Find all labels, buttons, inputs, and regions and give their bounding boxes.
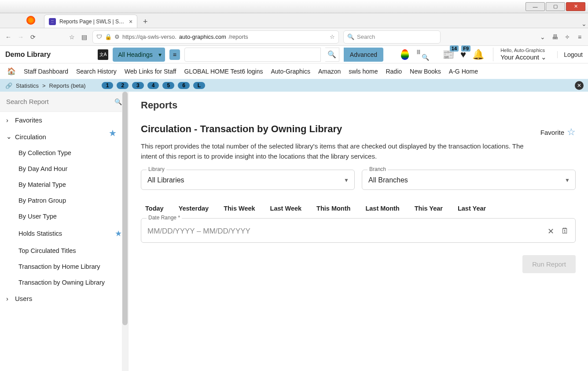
field-label: Library [147,166,166,172]
report-description: This report provides the total number of… [141,141,528,162]
nav-link[interactable]: Web Links for Staff [125,68,176,75]
sidebar-item[interactable]: Holds Statistics★ [0,224,128,243]
reload-button[interactable]: ⟳ [29,33,37,41]
window-minimize-button[interactable]: — [526,2,545,11]
nav-link[interactable]: Amazon [318,68,341,75]
sidebar-item[interactable]: Transaction by Home Library [0,259,128,275]
advanced-search-button[interactable]: Advanced [344,48,383,62]
tabs-dropdown-icon[interactable]: ⌄ [580,20,588,28]
nav-link[interactable]: GLOBAL HOME Test6 logins [184,68,263,75]
notifications-icon[interactable]: 🔔 [472,49,484,60]
extensions-icon[interactable]: ✧ [563,33,571,41]
back-button[interactable]: ← [4,33,12,41]
star-icon: ★ [115,229,122,238]
news-icon[interactable]: 📰14 [442,49,454,60]
containers-icon[interactable]: ▤ [80,33,88,41]
sidebar-search-input[interactable] [6,98,114,105]
search-icon: 🔍 [347,33,354,40]
catalog-search-button[interactable]: 🔍 [325,48,339,62]
crumb-pill[interactable]: 3 [132,82,144,89]
bookmark-star-icon[interactable]: ☆ [68,33,76,41]
date-chip[interactable]: Last Year [458,205,486,212]
report-content: Reports Circulation - Transaction by Own… [129,92,588,371]
nav-link[interactable]: New Books [410,68,441,75]
chevron-right-icon: › [6,295,11,302]
sidebar-item-users[interactable]: › Users [0,290,128,307]
crumb-part[interactable]: Statistics [16,82,39,89]
calendar-icon[interactable]: 🗓 [561,226,569,236]
crumb-pill[interactable]: 6 [178,82,190,89]
crumb-pill[interactable]: 1 [102,82,114,89]
date-placeholder: MM/DD/YYYY – MM/DD/YYYY [147,227,250,236]
browser-tab[interactable]: :: Reports Page | SWLS | SWLS | A… × [44,15,137,28]
tab-close-icon[interactable]: × [129,18,132,25]
home-icon[interactable]: 🏠 [7,67,16,75]
sidebar-item[interactable]: By Material Type [0,177,128,193]
run-report-button[interactable]: Run Report [522,255,576,273]
date-range-input[interactable]: Date Range * MM/DD/YYYY – MM/DD/YYYY ✕ 🗓 [141,218,576,243]
clear-icon[interactable]: ✕ [548,226,554,236]
headings-select-label: All Headings [118,51,153,58]
inspect-icon[interactable] [417,49,429,60]
url-bar[interactable]: 🛡 🔒 ⚙ https://qa-swls-verso.auto-graphic… [92,30,339,44]
nav-link[interactable]: swls home [349,68,378,75]
catalog-search-input[interactable] [184,48,321,62]
language-icon[interactable]: 文A [98,49,108,60]
date-chip[interactable]: This Week [224,205,255,212]
search-icon: 🔍 [114,98,122,105]
sidebar-label: Favorites [15,116,42,124]
page-bookmark-icon[interactable]: ☆ [330,33,335,40]
search-placeholder: Search [357,33,375,40]
date-chip[interactable]: This Year [415,205,443,212]
sidebar-item-favorites[interactable]: › Favorites [0,112,128,128]
sidebar-item[interactable]: Top Circulated Titles [0,243,128,259]
nav-link[interactable]: Staff Dashboard [24,68,68,75]
headings-select[interactable]: All Headings [113,48,165,62]
account-block[interactable]: Hello, Auto-Graphics Your Account ⌄ [493,48,547,61]
favorites-icon[interactable]: ♥F9 [460,49,466,60]
crumb-pill[interactable]: 4 [147,82,159,89]
crumb-pill[interactable]: L [193,82,205,89]
crumb-pill[interactable]: 2 [117,82,129,89]
sidebar-label: By Material Type [18,181,66,188]
branch-select[interactable]: Branch All Branches ▼ [362,170,576,190]
sidebar-label: Holds Statistics [18,230,62,237]
print-icon[interactable]: 🖶 [551,33,559,41]
nav-link[interactable]: A-G Home [449,68,478,75]
chevron-down-icon: ▼ [565,177,570,183]
nav-link[interactable]: Radio [386,68,402,75]
sidebar-item[interactable]: By User Type [0,208,128,224]
sidebar-search[interactable]: 🔍 [0,92,128,112]
sidebar-item[interactable]: Transaction by Owning Library [0,275,128,290]
close-breadcrumb-icon[interactable]: ✕ [575,81,584,90]
sidebar-item[interactable]: By Patron Group [0,193,128,208]
sidebar-item[interactable]: By Collection Type [0,145,128,161]
library-select[interactable]: Library All Libraries ▼ [141,170,355,190]
date-chip[interactable]: This Month [316,205,350,212]
date-chip[interactable]: Yesterday [179,205,209,212]
crumb-part[interactable]: Reports (beta) [49,82,86,89]
browser-search-box[interactable]: 🔍 Search [343,30,441,44]
window-close-button[interactable]: ✕ [566,2,585,11]
pocket-icon[interactable]: ⌄ [539,33,547,41]
forward-button[interactable]: → [17,33,25,41]
sidebar-scrollbar[interactable] [122,92,128,371]
nav-link[interactable]: Search History [76,68,117,75]
page-title: Reports [141,100,576,111]
new-tab-button[interactable]: + [139,15,151,28]
date-chip[interactable]: Last Week [270,205,301,212]
window-maximize-button[interactable]: ▢ [546,2,565,11]
date-chip[interactable]: Last Month [365,205,399,212]
logout-label: Logout [564,51,583,58]
sidebar-item[interactable]: By Day And Hour [0,161,128,177]
logout-link[interactable]: Logout [557,51,583,58]
star-outline-icon: ☆ [567,126,576,138]
database-icon[interactable]: ≡ [169,49,180,60]
favorite-toggle[interactable]: Favorite ☆ [540,126,576,138]
menu-icon[interactable]: ≡ [576,33,584,41]
field-value: All Libraries [147,176,184,184]
nav-link[interactable]: Auto-Graphics [271,68,310,75]
balloon-icon[interactable] [401,49,409,60]
date-chip[interactable]: Today [145,205,164,212]
crumb-pill[interactable]: 5 [162,82,174,89]
